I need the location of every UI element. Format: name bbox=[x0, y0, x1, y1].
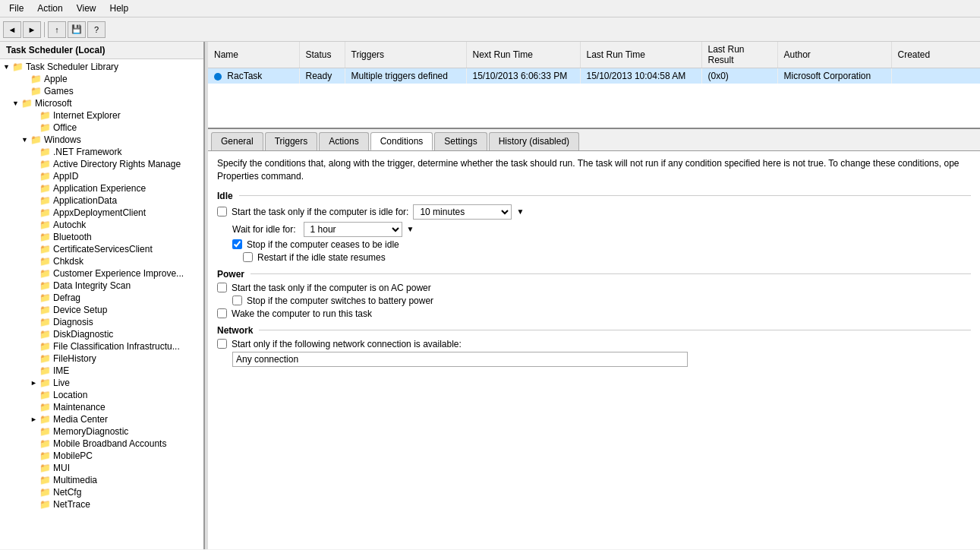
tree-item-netcfg[interactable]: 📁 NetCfg bbox=[2, 486, 202, 498]
idle-wait-label: Wait for idle for: bbox=[232, 224, 296, 235]
folder-icon: 📁 bbox=[39, 256, 51, 267]
cell-status: Ready bbox=[299, 68, 345, 84]
tree-item-mui[interactable]: 📁 MUI bbox=[2, 462, 202, 474]
col-author[interactable]: Author bbox=[777, 42, 891, 68]
main-container: Task Scheduler (Local) ▼ 📁 Task Schedule… bbox=[0, 42, 980, 549]
menu-file[interactable]: File bbox=[3, 2, 30, 15]
tree-item-maint[interactable]: 📁 Maintenance bbox=[2, 401, 202, 413]
tree-item-chkdsk[interactable]: 📁 Chkdsk bbox=[2, 255, 202, 267]
tab-conditions[interactable]: Conditions bbox=[370, 132, 433, 150]
tree-item-defrag[interactable]: 📁 Defrag bbox=[2, 292, 202, 304]
folder-icon: 📁 bbox=[21, 98, 33, 109]
toolbar-back[interactable]: ◄ bbox=[3, 21, 21, 38]
tab-general[interactable]: General bbox=[211, 132, 263, 150]
menu-help[interactable]: Help bbox=[104, 2, 135, 15]
conditions-description: Specify the conditions that, along with … bbox=[217, 157, 971, 183]
tree-item-ie[interactable]: 📁 Internet Explorer bbox=[2, 109, 202, 122]
tree-item-appexp[interactable]: 📁 Application Experience bbox=[2, 182, 202, 194]
tree-item-appid[interactable]: 📁 AppID bbox=[2, 170, 202, 182]
folder-icon: 📁 bbox=[39, 147, 51, 157]
power-ac-checkbox[interactable] bbox=[217, 283, 227, 292]
folder-icon: 📁 bbox=[39, 268, 51, 279]
tree-item-ime[interactable]: 📁 IME bbox=[2, 365, 202, 377]
tree-item-tsl[interactable]: ▼ 📁 Task Scheduler Library bbox=[2, 61, 202, 73]
tree-item-custexp[interactable]: 📁 Customer Experience Improve... bbox=[2, 267, 202, 280]
col-triggers[interactable]: Triggers bbox=[345, 42, 466, 68]
tab-history[interactable]: History (disabled) bbox=[489, 132, 579, 150]
toolbar-sep bbox=[44, 22, 45, 37]
tree-item-live[interactable]: ► 📁 Live bbox=[2, 377, 202, 389]
col-status[interactable]: Status bbox=[299, 42, 345, 68]
left-panel: Task Scheduler (Local) ▼ 📁 Task Schedule… bbox=[0, 42, 205, 549]
tree-item-games[interactable]: 📁 Games bbox=[2, 85, 202, 97]
tree-item-office[interactable]: 📁 Office bbox=[2, 122, 202, 134]
tree-item-diskdiag[interactable]: 📁 DiskDiagnostic bbox=[2, 328, 202, 340]
folder-icon: 📁 bbox=[39, 159, 51, 169]
tree-item-netfw[interactable]: 📁 .NET Framework bbox=[2, 146, 202, 158]
tree-item-location[interactable]: 📁 Location bbox=[2, 389, 202, 401]
tab-settings[interactable]: Settings bbox=[434, 132, 487, 150]
idle-section-header: Idle bbox=[217, 191, 971, 201]
toolbar-save[interactable]: 💾 bbox=[68, 21, 86, 38]
tree-item-nettrace[interactable]: 📁 NetTrace bbox=[2, 498, 202, 510]
tree-arrow: ▼ bbox=[3, 63, 12, 71]
tree-arrow-microsoft: ▼ bbox=[12, 100, 21, 107]
tree-item-mediactr[interactable]: ► 📁 Media Center bbox=[2, 413, 202, 425]
tree-item-devsetup[interactable]: 📁 Device Setup bbox=[2, 304, 202, 316]
power-divider bbox=[251, 273, 971, 274]
network-connection-input[interactable] bbox=[232, 352, 688, 367]
tree-item-appxdc[interactable]: 📁 AppxDeploymentClient bbox=[2, 207, 202, 219]
power-wake-checkbox[interactable] bbox=[217, 308, 227, 318]
tree-item-autochk[interactable]: 📁 Autochk bbox=[2, 219, 202, 231]
tree-item-adrm[interactable]: 📁 Active Directory Rights Manage bbox=[2, 158, 202, 170]
menu-view[interactable]: View bbox=[71, 2, 102, 15]
power-section-header: Power bbox=[217, 269, 971, 280]
tree-item-apple[interactable]: 📁 Apple bbox=[2, 73, 202, 85]
power-ac-label: Start the task only if the computer is o… bbox=[232, 283, 431, 293]
toolbar-help[interactable]: ? bbox=[87, 21, 106, 38]
col-last-run[interactable]: Last Run Time bbox=[580, 42, 701, 68]
idle-time-dropdown[interactable]: 10 minutes 15 minutes 30 minutes 1 hour bbox=[413, 204, 512, 220]
tree-item-mobilepc[interactable]: 📁 MobilePC bbox=[2, 450, 202, 462]
col-name[interactable]: Name bbox=[208, 42, 299, 68]
tree-item-dataint[interactable]: 📁 Data Integrity Scan bbox=[2, 280, 202, 292]
col-last-result[interactable]: Last Run Result bbox=[701, 42, 777, 68]
table-row[interactable]: RacTask Ready Multiple triggers defined … bbox=[208, 68, 980, 84]
tree-arrow-live: ► bbox=[30, 379, 39, 387]
tab-actions[interactable]: Actions bbox=[319, 132, 368, 150]
tree-item-memdiag[interactable]: 📁 MemoryDiagnostic bbox=[2, 425, 202, 438]
tab-triggers[interactable]: Triggers bbox=[265, 132, 318, 150]
toolbar-forward[interactable]: ► bbox=[23, 21, 41, 38]
network-divider bbox=[259, 330, 971, 330]
tree-item-fileclas[interactable]: 📁 File Classification Infrastructu... bbox=[2, 340, 202, 352]
tree-item-microsoft[interactable]: ▼ 📁 Microsoft bbox=[2, 97, 202, 109]
folder-icon: 📁 bbox=[39, 341, 51, 352]
details-panel: General Triggers Actions Conditions Sett… bbox=[208, 129, 980, 549]
cell-next-run: 15/10/2013 6:06:33 PM bbox=[466, 68, 580, 84]
idle-wait-dropdown[interactable]: 1 hour 2 hours 4 hours 8 hours bbox=[304, 222, 402, 237]
restart-idle-checkbox[interactable] bbox=[243, 252, 253, 262]
idle-task-checkbox[interactable] bbox=[217, 207, 227, 217]
tree-item-filehist[interactable]: 📁 FileHistory bbox=[2, 352, 202, 365]
idle-time-arrow: ▼ bbox=[516, 207, 524, 216]
tree[interactable]: ▼ 📁 Task Scheduler Library 📁 Apple 📁 Gam… bbox=[0, 59, 203, 549]
stop-idle-checkbox[interactable] bbox=[232, 239, 242, 249]
folder-icon: 📁 bbox=[39, 305, 51, 315]
toolbar-up[interactable]: ↑ bbox=[48, 21, 66, 38]
menubar: File Action View Help bbox=[0, 0, 980, 17]
col-next-run[interactable]: Next Run Time bbox=[466, 42, 580, 68]
folder-icon: 📁 bbox=[39, 390, 51, 400]
tree-item-windows[interactable]: ▼ 📁 Windows bbox=[2, 134, 202, 146]
tree-item-bluetooth[interactable]: 📁 Bluetooth bbox=[2, 231, 202, 243]
tree-item-certsc[interactable]: 📁 CertificateServicesClient bbox=[2, 243, 202, 255]
menu-action[interactable]: Action bbox=[31, 2, 68, 15]
tree-item-mobilebb[interactable]: 📁 Mobile Broadband Accounts bbox=[2, 438, 202, 450]
power-wake-label: Wake the computer to run this task bbox=[232, 308, 372, 319]
col-created[interactable]: Created bbox=[891, 42, 980, 68]
power-battery-checkbox[interactable] bbox=[232, 296, 242, 305]
tree-item-appdata[interactable]: 📁 ApplicationData bbox=[2, 194, 202, 207]
network-checkbox[interactable] bbox=[217, 339, 227, 349]
tabs-bar: General Triggers Actions Conditions Sett… bbox=[208, 129, 980, 151]
tree-item-multimedia[interactable]: 📁 Multimedia bbox=[2, 474, 202, 486]
tree-item-diag[interactable]: 📁 Diagnosis bbox=[2, 316, 202, 328]
